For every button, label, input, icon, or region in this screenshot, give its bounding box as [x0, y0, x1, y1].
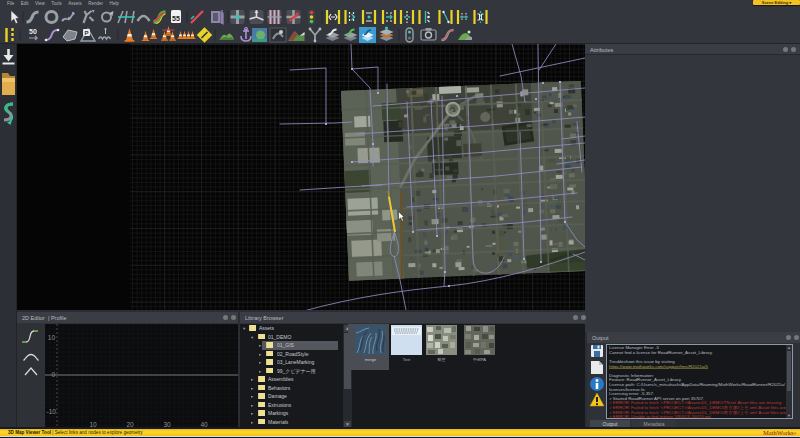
svg-text:50: 50: [29, 28, 37, 35]
svg-text:P: P: [84, 30, 88, 36]
svg-text:-10: -10: [47, 408, 57, 415]
svg-text:10: 10: [48, 334, 56, 341]
svg-text:0: 0: [51, 371, 55, 378]
svg-text:55: 55: [172, 15, 180, 22]
